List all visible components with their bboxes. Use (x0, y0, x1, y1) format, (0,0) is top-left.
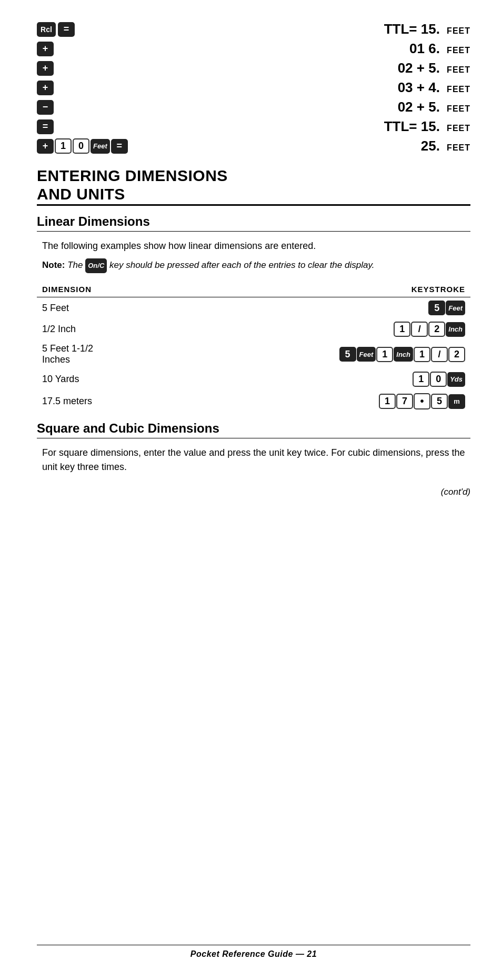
table-row: 1/2 Inch 1 / 2 Inch (37, 318, 470, 340)
entering-dimensions-title: ENTERING DIMENSIONSAND UNITS (37, 167, 470, 203)
plus-button-3[interactable]: + (37, 81, 54, 95)
num-0-button[interactable]: 0 (73, 138, 89, 154)
calc-unit-1: FEET (447, 26, 470, 35)
square-cubic-title: Square and Cubic Dimensions (37, 421, 470, 436)
table-row: 5 Feet 1-1/2Inches 5 Feet 1 Inch 1 / 2 (37, 340, 470, 368)
equals-button-2[interactable]: = (37, 119, 54, 134)
dimension-table: DIMENSION KEYSTROKE 5 Feet 5 Feet (37, 282, 470, 413)
calc-display-2: 01 6. FEET (111, 41, 470, 57)
square-cubic-divider (37, 438, 470, 438)
keys-group: 1 7 • 5 m (379, 393, 465, 409)
table-header-row: DIMENSION KEYSTROKE (37, 282, 470, 297)
table-row: 17.5 meters 1 7 • 5 m (37, 390, 470, 413)
calc-display-4: 03 + 4. FEET (111, 79, 470, 96)
calc-left-1: Rcl = (37, 22, 111, 37)
num-1-button[interactable]: 1 (55, 138, 72, 154)
keys-5ft-1.5in: 5 Feet 1 Inch 1 / 2 (172, 340, 470, 368)
key-1e[interactable]: 1 (379, 394, 396, 409)
key-1[interactable]: 1 (394, 322, 410, 337)
linear-body-text: The following examples show how linear d… (37, 239, 470, 253)
keys-group: 5 Feet (428, 301, 465, 315)
key-1d[interactable]: 1 (413, 372, 429, 387)
minus-button[interactable]: − (37, 100, 54, 115)
calc-value-1: TTL= 15. (384, 21, 440, 37)
key-yds[interactable]: Yds (447, 372, 465, 387)
key-inch-2[interactable]: Inch (394, 347, 413, 362)
dim-5ft-1.5in: 5 Feet 1-1/2Inches (37, 340, 172, 368)
keys-group: 5 Feet 1 Inch 1 / 2 (339, 347, 465, 362)
contd-text: (cont'd) (37, 487, 470, 497)
calc-row-7: + 1 0 Feet = 25. FEET (37, 138, 470, 154)
dim-17-5-meters: 17.5 meters (37, 390, 172, 413)
calc-row-4: + 03 + 4. FEET (37, 79, 470, 96)
key-slash-2[interactable]: / (431, 347, 448, 362)
calc-left-6: = (37, 119, 111, 134)
plus-button-1[interactable]: + (37, 42, 54, 56)
calc-left-7: + 1 0 Feet = (37, 138, 142, 154)
note-bold: Note: (42, 260, 65, 270)
key-dot[interactable]: • (414, 393, 430, 409)
keys-5-feet: 5 Feet (172, 297, 470, 319)
calc-value-3: 02 + 5. (398, 60, 440, 76)
feet-key-top[interactable]: Feet (91, 139, 110, 154)
key-slash[interactable]: / (411, 322, 428, 337)
calc-unit-4: FEET (447, 85, 470, 94)
calc-display-6: TTL= 15. FEET (111, 118, 470, 135)
footer-text: Pocket Reference Guide — 21 (190, 949, 317, 958)
calc-value-2: 01 6. (409, 41, 440, 56)
key-feet-2[interactable]: Feet (357, 347, 376, 362)
calc-value-5: 02 + 5. (398, 99, 440, 115)
calc-row-2: + 01 6. FEET (37, 41, 470, 57)
keys-group: 1 / 2 Inch (394, 322, 465, 337)
calc-unit-5: FEET (447, 104, 470, 113)
col-keystroke: KEYSTROKE (172, 282, 470, 297)
note-italic-text: The (67, 260, 85, 270)
calc-left-3: + (37, 61, 111, 76)
square-cubic-body: For square dimensions, enter the value a… (37, 446, 470, 474)
table-row: 5 Feet 5 Feet (37, 297, 470, 319)
dim-10-yards: 10 Yards (37, 368, 172, 390)
key-5b[interactable]: 5 (339, 347, 356, 362)
note-paragraph: Note: The On/C key should be pressed aft… (37, 258, 470, 273)
keys-17-5-meters: 1 7 • 5 m (172, 390, 470, 413)
calc-left-5: − (37, 100, 111, 115)
dim-5-feet: 5 Feet (37, 297, 172, 319)
calc-row-3: + 02 + 5. FEET (37, 60, 470, 76)
page-footer: Pocket Reference Guide — 21 (37, 945, 470, 959)
calc-left-2: + (37, 42, 111, 56)
equals-button-1[interactable]: = (58, 22, 75, 37)
key-0[interactable]: 0 (430, 372, 447, 387)
calc-value-4: 03 + 4. (398, 79, 440, 95)
key-7[interactable]: 7 (396, 394, 413, 409)
keys-10-yards: 1 0 Yds (172, 368, 470, 390)
key-1c[interactable]: 1 (414, 347, 430, 362)
key-2b[interactable]: 2 (448, 347, 465, 362)
onc-key[interactable]: On/C (85, 258, 107, 273)
key-5b[interactable]: 5 (431, 394, 448, 409)
plus-button-2[interactable]: + (37, 61, 54, 76)
key-5[interactable]: 5 (428, 301, 445, 315)
dim-half-inch: 1/2 Inch (37, 318, 172, 340)
calc-display-7: 25. FEET (142, 138, 470, 154)
section-divider-main (37, 204, 470, 206)
key-feet-1[interactable]: Feet (446, 301, 465, 315)
calc-row-5: − 02 + 5. FEET (37, 99, 470, 115)
keys-group: 1 0 Yds (413, 372, 465, 387)
key-1b[interactable]: 1 (376, 347, 393, 362)
note-rest-text: key should be pressed after each of the … (109, 260, 374, 270)
calc-unit-7: FEET (447, 143, 470, 152)
page-wrapper: Rcl = TTL= 15. FEET + 01 6. FEET (37, 21, 470, 959)
plus-button-4[interactable]: + (37, 139, 54, 154)
key-2[interactable]: 2 (428, 322, 445, 337)
key-inch-1[interactable]: Inch (446, 322, 465, 337)
calc-row-6: = TTL= 15. FEET (37, 118, 470, 135)
equals-button-3[interactable]: = (111, 139, 128, 154)
calc-display-3: 02 + 5. FEET (111, 60, 470, 76)
rcl-button[interactable]: Rcl (37, 22, 56, 37)
key-m[interactable]: m (448, 394, 465, 409)
calc-display-5: 02 + 5. FEET (111, 99, 470, 115)
table-row: 10 Yards 1 0 Yds (37, 368, 470, 390)
calc-left-4: + (37, 81, 111, 95)
col-dimension: DIMENSION (37, 282, 172, 297)
calc-display-1: TTL= 15. FEET (111, 21, 470, 37)
